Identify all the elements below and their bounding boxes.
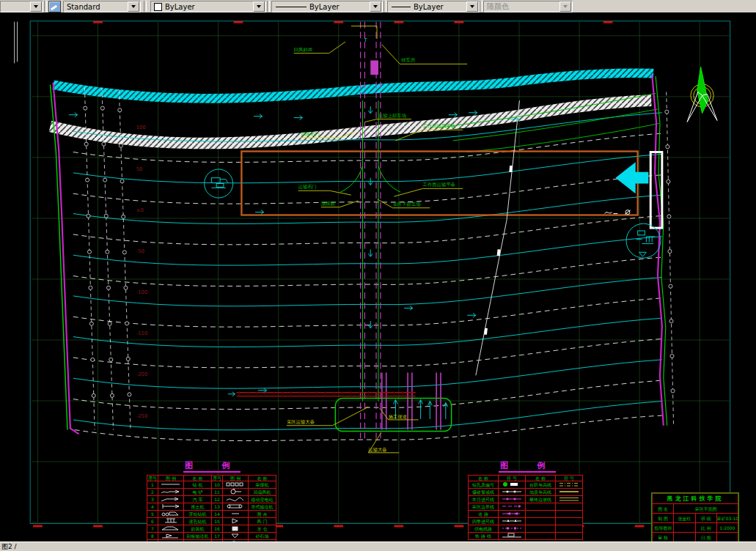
borehole-marker <box>124 286 128 289</box>
toolbar-separator <box>383 1 386 12</box>
borehole-marker <box>665 110 669 114</box>
borehole-marker <box>669 284 672 288</box>
mine-plan-drawing[interactable]: 10050±0-50-100-150-200-250 <box>0 12 756 541</box>
borehole-marker <box>670 354 674 358</box>
legend-name: 四季进尺线 <box>469 518 499 525</box>
lineweight-combo-value: ByLayer <box>411 3 466 11</box>
legend-no: 1 <box>147 481 158 489</box>
drawing-area[interactable]: 10050±0-50-100-150-200-250 <box>0 12 756 541</box>
titleblock-cell <box>674 533 695 542</box>
chevron-down-icon[interactable] <box>30 1 42 12</box>
chevron-down-icon[interactable] <box>370 1 381 12</box>
sym-ydashdot <box>558 481 580 488</box>
legend-left-table: 序号图 例名 称序号图 例名 称1钻 机10采煤机2电 铲11局扇风机3汽 车1… <box>147 475 276 547</box>
toolbar-separator <box>44 1 47 12</box>
sym-belt <box>224 503 246 510</box>
legend-name: 采煤机 <box>249 481 276 489</box>
titleblock-cell: 审 核 <box>653 533 674 542</box>
color-combo[interactable]: ByLayer <box>150 1 266 12</box>
linetype-combo[interactable]: ByLayer <box>271 1 383 12</box>
legend-symbol <box>499 503 526 511</box>
borehole-marker <box>108 322 111 325</box>
titleblock-cell: 采矿03-10班 <box>716 514 738 523</box>
titleblock-row: 指导教师比 例1:2000 <box>653 523 738 533</box>
legend-symbol <box>556 525 583 533</box>
borehole-marker <box>92 393 95 397</box>
legend-name: 推土机 <box>184 503 212 511</box>
sym-arrow <box>160 489 182 495</box>
legend-no: 11 <box>212 489 223 496</box>
sym-box <box>224 525 246 532</box>
borehole-marker <box>87 250 91 254</box>
legend-symbol <box>556 518 583 525</box>
elevation-label: -250 <box>136 413 148 419</box>
elevation-label: -200 <box>136 371 148 377</box>
red-tick <box>603 21 613 23</box>
feature-label: 回风石门 <box>301 131 319 137</box>
borehole-marker <box>89 286 92 289</box>
elevation-label: -150 <box>136 330 148 336</box>
sym-dash <box>224 511 246 517</box>
text-style-combo[interactable]: Standard <box>63 1 141 12</box>
borehole-marker <box>104 214 108 218</box>
feature-label: 溜煤眼 <box>321 201 336 207</box>
legend-row: 铁 路 线 <box>469 533 583 540</box>
status-bar: 图2 / <box>0 541 756 551</box>
legend-symbol <box>223 481 249 489</box>
legend-name: 爆破警戒线 <box>469 489 499 496</box>
plot-style-value: 随颜色 <box>484 1 559 12</box>
legend-symbol <box>158 481 184 489</box>
toolbar-separator <box>267 1 270 12</box>
text-style-icon[interactable] <box>48 1 61 12</box>
legend-symbol <box>158 525 184 533</box>
legend-symbol <box>158 489 184 496</box>
legend-symbol <box>223 525 249 533</box>
titleblock-cell: 日 期 <box>695 533 716 542</box>
legend-name: 道 路 <box>469 511 499 518</box>
legend-symbol <box>556 496 583 503</box>
sym-bararrow <box>160 503 182 510</box>
legend-name: 潜孔钻机 <box>184 518 212 525</box>
borehole-marker <box>122 215 125 218</box>
sym-flag <box>160 533 182 539</box>
legend-name: 移动变电站 <box>249 496 276 503</box>
legend-header-cell: 符 号 <box>556 476 583 481</box>
sym-hook <box>160 496 182 503</box>
chevron-down-icon[interactable] <box>466 1 478 12</box>
legend-row: 3汽 车12移动变电站 <box>147 496 276 503</box>
legend-symbol <box>499 518 526 525</box>
legend-header-row: 名 称符 号名 称符 号 <box>469 476 583 481</box>
legend-header-cell: 图 例 <box>223 476 249 481</box>
legend-no: 15 <box>212 518 223 525</box>
red-tick <box>394 21 403 23</box>
unnamed-combo[interactable] <box>0 1 43 12</box>
borehole-marker <box>668 250 672 254</box>
legend-name <box>526 503 556 511</box>
sym-tri <box>224 518 246 525</box>
color-swatch-icon <box>154 3 162 11</box>
legend-name <box>526 518 556 525</box>
legend-row: 采区边界线 <box>469 503 583 511</box>
lineweight-combo[interactable]: ByLayer <box>387 1 480 12</box>
borehole-marker <box>671 389 675 393</box>
legend-symbol <box>223 518 249 525</box>
chevron-down-icon[interactable] <box>253 1 265 12</box>
chevron-down-icon[interactable] <box>128 1 139 12</box>
feature-label: 运输大巷 <box>368 447 386 453</box>
borehole-marker <box>128 393 131 396</box>
legend-name: 最终边坡线 <box>526 496 556 503</box>
legend-name <box>526 511 556 518</box>
red-tick <box>635 525 645 528</box>
legend-symbol <box>556 489 583 496</box>
legend-name: 带式输送机 <box>249 503 276 511</box>
legend-name: 供电线路 <box>469 525 499 533</box>
borehole-marker <box>667 215 671 218</box>
legend-row: 四季进尺线 <box>469 518 583 525</box>
legend-no: 4 <box>147 503 158 511</box>
legend-left-underline <box>183 471 241 473</box>
titleblock-cell <box>674 523 695 533</box>
legend-no: 6 <box>147 518 158 525</box>
titleblock-cell: 采区平面图 <box>674 504 738 514</box>
legend-header-cell: 名 称 <box>469 476 499 481</box>
sym-marrows <box>501 511 523 517</box>
